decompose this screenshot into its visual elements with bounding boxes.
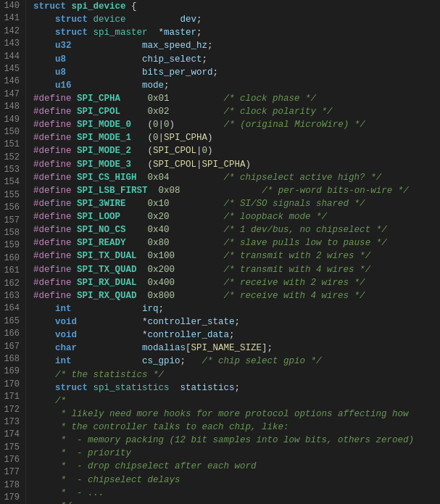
- bracket-macro-token: SPI_CPHA: [164, 133, 207, 143]
- kw2-token: #define: [33, 199, 72, 209]
- comment-token: /* 1 dev/bus, no chipselect */: [224, 225, 387, 235]
- kw2-token: #define: [33, 173, 72, 183]
- kw2-token: #define: [33, 265, 72, 275]
- type-name-token: device: [94, 15, 126, 25]
- line-number: 171: [3, 391, 20, 403]
- code-line: struct spi_statistics statistics;: [33, 381, 440, 394]
- field-token: statistics: [180, 383, 235, 393]
- comment-token: /*: [55, 396, 66, 406]
- code-line: #define SPI_LOOP 0x20 /* loopback mode *…: [33, 210, 440, 223]
- macro-name-token: SPI_TX_QUAD: [77, 265, 137, 275]
- line-number: 157: [3, 215, 20, 227]
- code-line: u8 bits_per_word;: [33, 66, 440, 79]
- line-numbers: 1401411421431441451461471481491501511521…: [0, 0, 26, 504]
- line-number: 153: [3, 164, 20, 176]
- code-line: #define SPI_MODE_1 (0|SPI_CPHA): [33, 131, 440, 144]
- code-line: void *controller_data;: [33, 329, 440, 342]
- kw-token: char: [55, 343, 77, 353]
- line-number: 175: [3, 442, 20, 454]
- line-number: 162: [3, 278, 20, 290]
- line-number: 174: [3, 429, 20, 441]
- macro-name-token: SPI_3WIRE: [77, 199, 126, 209]
- kw2-token: #define: [33, 120, 72, 130]
- kw-token: u8: [55, 67, 66, 78]
- kw-token: int: [55, 356, 72, 366]
- line-number: 169: [3, 365, 20, 378]
- bracket-macro-token: SPI_NAME_SIZE: [191, 343, 262, 353]
- code-line: int irq;: [33, 302, 440, 315]
- code-line: #define SPI_TX_QUAD 0x200 /* transmit wi…: [33, 263, 440, 276]
- hex-token: 0x40: [148, 225, 170, 235]
- hex-token: 0x400: [148, 278, 175, 288]
- kw2-token: #define: [33, 291, 72, 301]
- code-line: * likely need more hooks for more protoc…: [33, 408, 440, 421]
- macro-name-token: SPI_MODE_0: [77, 120, 131, 130]
- kw-token: struct: [33, 1, 66, 12]
- line-number: 152: [3, 152, 20, 164]
- line-number: 168: [3, 353, 20, 365]
- comment-token: /* chip select gpio */: [202, 356, 322, 366]
- hex-token: 0x200: [148, 265, 175, 275]
- comment-token: /* chipselect active high? */: [224, 173, 382, 183]
- macro-name-token: SPI_NO_CS: [77, 225, 126, 235]
- field-token: max_speed_hz: [142, 41, 207, 51]
- code-line: #define SPI_CPOL 0x02 /* clock polarity …: [33, 105, 440, 118]
- line-number: 141: [3, 12, 20, 25]
- hex-token: 0x10: [148, 199, 170, 209]
- code-line: #define SPI_CS_HIGH 0x04 /* chipselect a…: [33, 171, 440, 184]
- comment-token: /* clock polarity */: [224, 107, 333, 117]
- field-token: bits_per_word: [142, 67, 213, 78]
- line-number: 164: [3, 302, 20, 315]
- kw-token: struct: [55, 383, 88, 393]
- field-token: modalias: [142, 343, 186, 353]
- line-number: 148: [3, 101, 20, 113]
- comment-token: * - ...: [61, 488, 104, 498]
- comment-token: * - memory packing (12 bit samples into …: [61, 435, 415, 445]
- code-line: struct spi_device {: [33, 0, 440, 13]
- code-line: #define SPI_NO_CS 0x40 /* 1 dev/bus, no …: [33, 223, 440, 236]
- hex-token: 0x08: [159, 186, 180, 196]
- comment-token: /* transmit with 2 wires */: [224, 251, 371, 261]
- kw2-token: #define: [33, 238, 72, 248]
- code-line: #define SPI_RX_DUAL 0x400 /* receive wit…: [33, 276, 440, 289]
- comment-token: * the controller talks to each chip, lik…: [61, 422, 289, 432]
- code-line: #define SPI_3WIRE 0x10 /* SI/SO signals …: [33, 197, 440, 210]
- hex-token: 0: [202, 146, 208, 156]
- comment-token: * - priority: [61, 448, 132, 458]
- struct-name-token: spi_device: [72, 1, 126, 12]
- line-number: 170: [3, 379, 20, 391]
- comment-token: /* loopback mode */: [224, 212, 328, 222]
- comment-token: /* the statistics */: [55, 370, 164, 380]
- macro-name-token: SPI_MODE_3: [77, 160, 131, 170]
- hex-token: 0x100: [148, 251, 175, 261]
- field-token: dev: [180, 15, 197, 25]
- line-number: 146: [3, 75, 20, 88]
- comment-token: /* (original MicroWire) */: [224, 120, 365, 130]
- line-number: 147: [3, 88, 20, 101]
- code-line: #define SPI_TX_DUAL 0x100 /* transmit wi…: [33, 249, 440, 263]
- code-line: * - priority: [33, 447, 440, 460]
- line-number: 156: [3, 202, 20, 214]
- kw2-token: #define: [33, 186, 72, 196]
- line-number: 149: [3, 114, 20, 126]
- macro-name-token: SPI_CPHA: [77, 94, 120, 104]
- line-number: 161: [3, 265, 20, 277]
- line-number: 177: [3, 466, 20, 479]
- kw2-token: #define: [33, 278, 72, 288]
- field-token: cs_gpio: [142, 356, 180, 366]
- line-number: 142: [3, 25, 20, 38]
- hex-token: 0x02: [148, 107, 170, 117]
- comment-token: */: [61, 501, 72, 504]
- hex-token: 0x20: [148, 212, 170, 222]
- line-number: 155: [3, 189, 20, 202]
- macro-name-token: SPI_READY: [77, 238, 126, 248]
- comment-token: /* clock phase */: [224, 94, 317, 104]
- code-line: struct spi_master *master;: [33, 26, 440, 39]
- code-line: void *controller_state;: [33, 315, 440, 329]
- line-number: 144: [3, 51, 20, 63]
- line-number: 158: [3, 227, 20, 239]
- comment-token: /* per-word bits-on-wire */: [262, 186, 409, 196]
- comment-token: * - chipselect delays: [61, 475, 180, 485]
- comment-token: /* slave pulls low to pause */: [224, 238, 387, 248]
- field-token: mode: [142, 80, 164, 91]
